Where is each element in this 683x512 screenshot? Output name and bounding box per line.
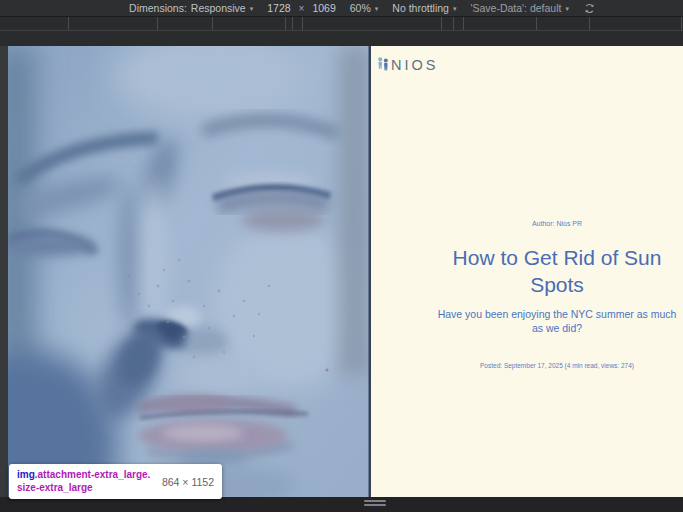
inspect-tooltip: img.attachment-extra_large.size-extra_la… [9,464,222,499]
drag-handle-bar [364,504,386,506]
dimensions-label: Dimensions: [129,2,187,14]
multiply-icon: × [299,3,305,14]
site-logo[interactable]: NIOS [377,56,438,73]
inspect-element-classes: .attachment-extra_large.size-extra_large [17,469,150,493]
drag-handle-bar [364,500,386,502]
save-data-dropdown[interactable]: 'Save-Data': default ▾ [470,2,569,14]
ruler-tick [681,17,682,30]
ruler-tick [212,17,213,30]
article-posted-meta: Posted: September 17, 2025 (4 min read, … [431,362,683,369]
ruler-divider [0,30,683,31]
throttling-dropdown[interactable]: No throttling ▾ [392,2,456,14]
viewport-height-field[interactable]: 1069 [312,2,335,14]
article-hero-image[interactable] [8,46,371,497]
article-subtitle: Have you been enjoying the NYC summer as… [431,308,683,335]
chevron-down-icon: ▾ [250,4,254,12]
zoom-dropdown[interactable]: 60% ▾ [350,2,379,14]
save-data-value: 'Save-Data': default [470,2,561,14]
ruler-tick [292,17,293,30]
inspect-element-tag: img [17,469,35,480]
inspect-element-dimensions: 864 × 1152 [162,476,214,488]
ruler-tick [302,17,303,30]
ruler-tick [463,17,464,30]
chevron-down-icon: ▾ [453,4,457,12]
nios-logo-icon [377,56,389,73]
zoom-value: 60% [350,2,371,14]
chevron-down-icon: ▾ [375,4,379,12]
rotate-viewport-button[interactable] [583,2,596,15]
ruler-tick [285,17,286,30]
article-title: How to Get Rid of Sun Spots [431,244,683,298]
media-query-ruler [0,17,683,46]
emulated-viewport: NIOS Author: Nios PR How to Get Rid of S… [8,46,683,497]
dimensions-dropdown[interactable]: Dimensions: Responsive ▾ [129,2,253,14]
ruler-tick [157,17,158,30]
ruler-tick [536,17,537,30]
ruler-tick [589,17,590,30]
throttling-value: No throttling [392,2,449,14]
ruler-tick [68,17,69,30]
article-author: Author: Nios PR [431,220,683,227]
site-logo-text: NIOS [391,57,438,73]
viewport-gutter [0,46,8,497]
ruler-tick [453,17,454,30]
inspect-tooltip-selector: img.attachment-extra_large.size-extra_la… [17,469,155,494]
resize-drag-handle[interactable] [364,500,386,508]
viewport-width-field[interactable]: 1728 [267,2,290,14]
chevron-down-icon: ▾ [565,4,569,12]
dimensions-value: Responsive [191,2,246,14]
device-toolbar: Dimensions: Responsive ▾ 1728 × 1069 60%… [0,0,683,17]
article-page: NIOS Author: Nios PR How to Get Rid of S… [371,46,683,497]
rotate-screen-icon [583,2,596,15]
devtools-bottom-bar [0,497,683,512]
hero-photo-illustration [8,46,371,497]
ruler-tick [441,17,442,30]
